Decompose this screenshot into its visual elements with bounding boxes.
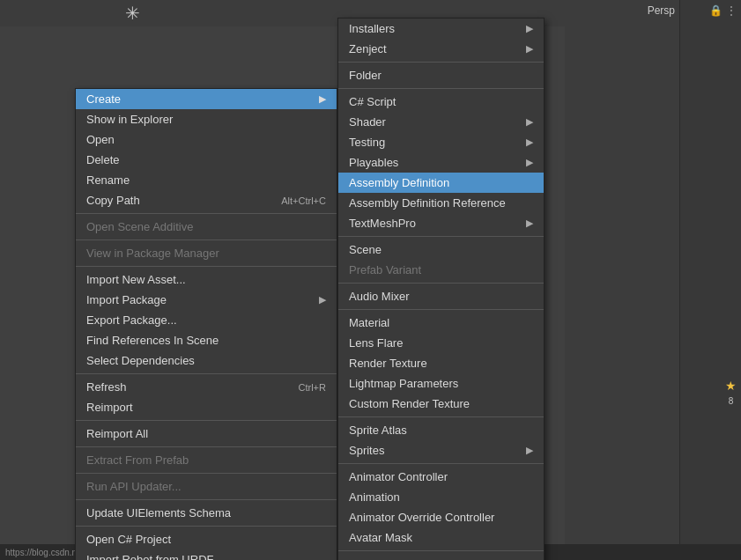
menu-item-label: Animation: [349, 490, 533, 504]
left-menu-item-show-in-explorer[interactable]: Show in Explorer: [76, 109, 337, 129]
left-menu-item-run-api-updater: Run API Updater...: [76, 476, 337, 497]
left-menu-item-open[interactable]: Open: [76, 129, 337, 150]
left-menu-item-copy-path[interactable]: Copy PathAlt+Ctrl+C: [76, 190, 337, 210]
menu-item-arrow: ▶: [319, 294, 326, 306]
right-menu-item-animation[interactable]: Animation: [338, 487, 544, 507]
left-menu-item-extract-from-prefab: Extract From Prefab: [76, 450, 337, 470]
menu-separator: [76, 213, 337, 214]
right-menu-item-installers[interactable]: Installers▶: [338, 18, 544, 39]
sun-icon: ✳: [106, 0, 159, 26]
menu-separator: [76, 446, 337, 447]
right-panel: 🔒 ⋮ ★ 8: [679, 0, 741, 560]
menu-item-label: Folder: [349, 69, 533, 82]
menu-separator: [76, 499, 337, 500]
lock-icon[interactable]: 🔒: [709, 4, 722, 17]
right-menu-item-lightmap-parameters[interactable]: Lightmap Parameters: [338, 373, 544, 394]
menu-item-label: Open: [86, 133, 326, 146]
menu-icon[interactable]: ⋮: [726, 4, 737, 17]
left-context-menu: Create▶Show in ExplorerOpenDeleteRenameC…: [75, 88, 337, 560]
right-menu-item-lens-flare[interactable]: Lens Flare: [338, 333, 544, 353]
menu-item-arrow: ▶: [526, 157, 533, 168]
right-menu-item-playables[interactable]: Playables▶: [338, 152, 544, 173]
menu-item-label: Create: [86, 92, 312, 106]
left-menu-item-import-robot-from-urdf[interactable]: Import Robot from URDF: [76, 549, 337, 560]
left-menu-item-open-c-project[interactable]: Open C# Project: [76, 529, 337, 549]
left-menu-item-refresh[interactable]: RefreshCtrl+R: [76, 377, 337, 397]
right-menu-item-shader[interactable]: Shader▶: [338, 112, 544, 132]
left-menu-item-export-package[interactable]: Export Package...: [76, 310, 337, 330]
right-menu-item-timeline[interactable]: Timeline: [338, 554, 544, 560]
bookmark-count: 8: [729, 396, 734, 406]
left-menu-item-delete[interactable]: Delete: [76, 150, 337, 170]
right-menu-item-animator-override-controller[interactable]: Animator Override Controller: [338, 507, 544, 527]
star-icon[interactable]: ★: [725, 379, 737, 393]
left-menu-item-reimport-all[interactable]: Reimport All: [76, 424, 337, 444]
menu-item-label: Render Texture: [349, 357, 533, 370]
right-menu-item-assembly-definition-reference[interactable]: Assembly Definition Reference: [338, 193, 544, 213]
menu-item-label: Sprite Atlas: [349, 424, 533, 437]
menu-item-arrow: ▶: [526, 136, 533, 148]
right-menu-item-sprite-atlas[interactable]: Sprite Atlas: [338, 420, 544, 440]
menu-item-label: Find References In Scene: [86, 334, 326, 347]
left-menu-item-import-new-asset[interactable]: Import New Asset...: [76, 269, 337, 290]
menu-item-label: Import Package: [86, 293, 312, 306]
right-menu-item-audio-mixer[interactable]: Audio Mixer: [338, 286, 544, 306]
menu-item-label: Reimport All: [86, 427, 326, 440]
menu-item-label: Delete: [86, 153, 326, 166]
menu-item-label: Open Scene Additive: [86, 220, 326, 233]
menu-item-label: Installers: [349, 22, 519, 35]
left-menu-item-rename[interactable]: Rename: [76, 170, 337, 190]
menu-item-arrow: ▶: [526, 217, 533, 229]
menu-item-label: Custom Render Texture: [349, 397, 533, 410]
right-menu-item-testing[interactable]: Testing▶: [338, 132, 544, 152]
left-menu-item-import-package[interactable]: Import Package▶: [76, 290, 337, 310]
menu-item-label: Audio Mixer: [349, 290, 533, 303]
right-menu-item-c-script[interactable]: C# Script: [338, 92, 544, 112]
menu-item-label: Shader: [349, 115, 519, 129]
right-menu-item-assembly-definition[interactable]: Assembly Definition: [338, 173, 544, 193]
right-menu-item-folder[interactable]: Folder: [338, 65, 544, 85]
menu-item-label: Avatar Mask: [349, 531, 533, 544]
menu-item-arrow: ▶: [526, 43, 533, 55]
right-menu-item-scene[interactable]: Scene: [338, 239, 544, 260]
menu-item-label: Animator Override Controller: [349, 511, 533, 524]
left-menu-item-find-references-in-scene[interactable]: Find References In Scene: [76, 330, 337, 350]
menu-item-label: Zenject: [349, 42, 519, 55]
menu-item-label: Import Robot from URDF: [86, 553, 326, 560]
menu-item-label: Material: [349, 316, 533, 329]
menu-item-label: Export Package...: [86, 313, 326, 327]
menu-item-label: Copy Path: [86, 194, 263, 207]
menu-separator: [338, 283, 544, 284]
right-menu-item-textmeshpro[interactable]: TextMeshPro▶: [338, 213, 544, 233]
menu-separator: [76, 473, 337, 474]
panel-icons: 🔒 ⋮: [680, 0, 741, 21]
menu-item-label: Scene: [349, 243, 533, 256]
menu-item-label: Testing: [349, 136, 519, 149]
left-menu-item-update-uielements-schema[interactable]: Update UIElements Schema: [76, 503, 337, 523]
left-menu-item-select-dependencies[interactable]: Select Dependencies: [76, 350, 337, 371]
right-menu-item-sprites[interactable]: Sprites▶: [338, 440, 544, 461]
left-menu-item-reimport[interactable]: Reimport: [76, 397, 337, 417]
menu-item-label: C# Script: [349, 95, 533, 108]
left-menu-item-view-in-package-manager: View in Package Manager: [76, 243, 337, 263]
menu-item-label: Update UIElements Schema: [86, 506, 326, 519]
right-menu-item-render-texture[interactable]: Render Texture: [338, 353, 544, 373]
menu-item-arrow: ▶: [319, 93, 326, 105]
right-menu-item-zenject[interactable]: Zenject▶: [338, 39, 544, 59]
menu-item-label: Sprites: [349, 444, 519, 457]
perspective-label: Persp: [648, 4, 675, 17]
menu-item-label: Select Dependencies: [86, 354, 326, 367]
menu-separator: [338, 463, 544, 464]
left-menu-item-create[interactable]: Create▶: [76, 89, 337, 109]
menu-separator: [338, 62, 544, 63]
right-menu-item-material[interactable]: Material: [338, 313, 544, 333]
right-menu-item-animator-controller[interactable]: Animator Controller: [338, 467, 544, 487]
menu-separator: [338, 88, 544, 89]
right-menu-item-prefab-variant: Prefab Variant: [338, 260, 544, 280]
menu-item-label: Prefab Variant: [349, 263, 533, 276]
right-menu-item-custom-render-texture[interactable]: Custom Render Texture: [338, 394, 544, 414]
menu-item-label: Assembly Definition Reference: [349, 196, 533, 210]
right-menu-item-avatar-mask[interactable]: Avatar Mask: [338, 527, 544, 548]
menu-item-label: Rename: [86, 173, 326, 187]
menu-item-label: Open C# Project: [86, 533, 326, 546]
